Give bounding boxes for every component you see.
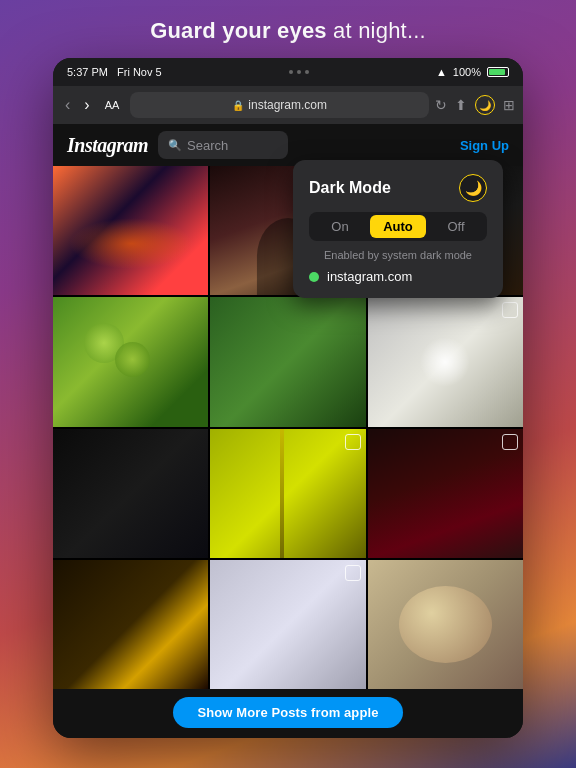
popup-moon-icon: 🌙 xyxy=(459,174,487,202)
dot-3 xyxy=(305,70,309,74)
grid-cell-ivy-building[interactable] xyxy=(210,297,365,426)
signup-link[interactable]: Sign Up xyxy=(460,138,509,153)
status-center-dots xyxy=(289,70,309,74)
grid-cell-motorbike[interactable] xyxy=(53,429,208,558)
browser-toolbar: ‹ › AA 🔒 instagram.com ↻ ⬆ 🌙 ⊞ xyxy=(53,86,523,124)
battery-percent: 100% xyxy=(453,66,481,78)
dot-1 xyxy=(289,70,293,74)
dandelion-seeds xyxy=(420,337,470,387)
grid-cell-clouds[interactable] xyxy=(210,560,365,689)
popup-enabled-text: Enabled by system dark mode xyxy=(309,249,487,261)
dark-mode-toolbar-icon[interactable]: 🌙 xyxy=(475,95,495,115)
popup-site-row: instagram.com xyxy=(309,269,487,284)
grid-cell-dandelion[interactable] xyxy=(368,297,523,426)
concert-light-effect xyxy=(69,218,193,270)
lock-icon: 🔒 xyxy=(232,100,244,111)
refresh-icon[interactable]: ↻ xyxy=(435,97,447,113)
status-time-date: 5:37 PM Fri Nov 5 xyxy=(67,66,162,78)
cell-overlay-dandelion xyxy=(502,302,518,318)
battery-fill xyxy=(489,69,505,75)
url-text: instagram.com xyxy=(248,98,327,112)
site-active-dot xyxy=(309,272,319,282)
site-name: instagram.com xyxy=(327,269,412,284)
dot-2 xyxy=(297,70,301,74)
instagram-search-bar[interactable]: 🔍 Search xyxy=(158,131,288,159)
battery-bar xyxy=(487,67,509,77)
cell-overlay-feather xyxy=(345,434,361,450)
share-icon[interactable]: ⬆ xyxy=(455,97,467,113)
grid-cell-red-portrait[interactable] xyxy=(368,429,523,558)
cell-overlay-clouds xyxy=(345,565,361,581)
instagram-logo: Instagram xyxy=(67,134,148,157)
headline-suffix: at night... xyxy=(327,18,426,43)
show-more-button[interactable]: Show More Posts from apple xyxy=(173,697,402,728)
headline-bold: Guard your eyes xyxy=(150,18,327,43)
show-more-container: Show More Posts from apple xyxy=(53,689,523,738)
toggle-on[interactable]: On xyxy=(312,215,368,238)
grid-cell-grapes[interactable] xyxy=(53,297,208,426)
grid-cell-moon[interactable] xyxy=(368,560,523,689)
grid-cell-astronaut[interactable] xyxy=(53,560,208,689)
feather-line xyxy=(280,429,284,558)
moon-surface xyxy=(399,586,492,664)
popup-title: Dark Mode xyxy=(309,179,391,197)
cell-overlay-red-portrait xyxy=(502,434,518,450)
tabs-icon[interactable]: ⊞ xyxy=(503,97,515,113)
dark-mode-toggle[interactable]: On Auto Off xyxy=(309,212,487,241)
toggle-off[interactable]: Off xyxy=(428,215,484,238)
grid-cell-feather[interactable] xyxy=(210,429,365,558)
instagram-header: Instagram 🔍 Search Sign Up Dark Mode 🌙 O… xyxy=(53,124,523,166)
ipad-frame: 5:37 PM Fri Nov 5 ▲ 100% ‹ › AA 🔒 instag… xyxy=(53,58,523,738)
reader-mode-button[interactable]: AA xyxy=(100,97,125,113)
forward-button[interactable]: › xyxy=(80,94,93,116)
grid-cell-concert[interactable] xyxy=(53,166,208,295)
url-bar[interactable]: 🔒 instagram.com xyxy=(130,92,429,118)
toggle-auto[interactable]: Auto xyxy=(370,215,426,238)
headline: Guard your eyes at night... xyxy=(150,18,426,44)
search-placeholder-text: Search xyxy=(187,138,228,153)
status-bar: 5:37 PM Fri Nov 5 ▲ 100% xyxy=(53,58,523,86)
search-icon: 🔍 xyxy=(168,139,182,152)
toolbar-actions: ↻ ⬆ 🌙 ⊞ xyxy=(435,95,515,115)
grape-2 xyxy=(115,342,150,377)
grape-1 xyxy=(84,323,124,363)
popup-header: Dark Mode 🌙 xyxy=(309,174,487,202)
wifi-icon: ▲ xyxy=(436,66,447,78)
back-button[interactable]: ‹ xyxy=(61,94,74,116)
status-right: ▲ 100% xyxy=(436,66,509,78)
dark-mode-popup: Dark Mode 🌙 On Auto Off Enabled by syste… xyxy=(293,160,503,298)
